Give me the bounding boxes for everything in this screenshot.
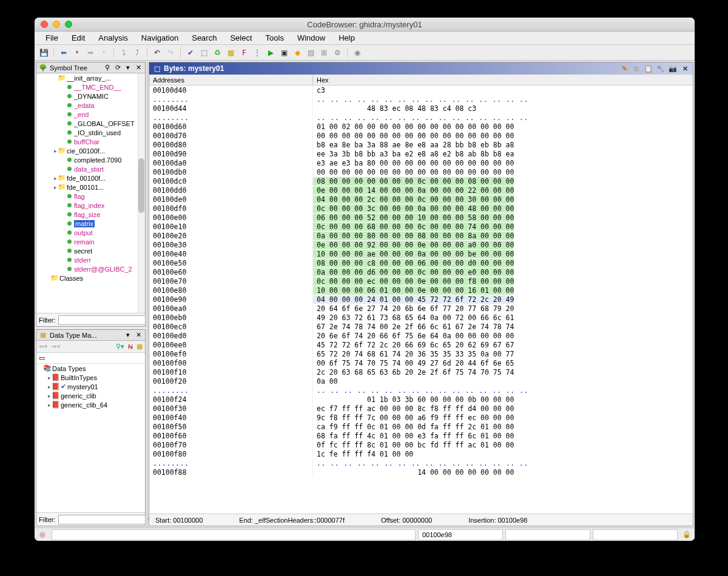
- paste-icon[interactable]: 📋: [644, 64, 653, 73]
- hex-row[interactable]: 00100f801c fe ff ff f4 01 00 00: [149, 449, 693, 458]
- scrollbar[interactable]: [138, 73, 145, 313]
- hex-row[interactable]: 00100dc008 00 00 00 00 00 00 00 0c 00 00…: [149, 176, 693, 186]
- back-icon[interactable]: ⬅▾: [39, 343, 48, 350]
- hex-row[interactable]: 00100d6001 00 02 00 00 00 00 00 00 00 00…: [149, 122, 693, 131]
- hex-row[interactable]: 00100dd00e 00 00 00 14 00 00 00 0a 00 00…: [149, 186, 693, 195]
- hex-row[interactable]: 00100ec067 2e 74 78 74 00 2e 2f 66 6c 61…: [149, 322, 693, 331]
- tree-row[interactable]: _end: [38, 110, 145, 119]
- hex-row[interactable]: 00100e200a 00 00 00 80 00 00 00 08 00 00…: [149, 231, 693, 240]
- hex-separator[interactable]: .......... .. .. .. .. .. .. .. .. .. ..…: [149, 386, 693, 395]
- hex-row[interactable]: 00100e4010 00 00 00 ae 00 00 00 0a 00 00…: [149, 249, 693, 258]
- dtm-tree[interactable]: 📚Data Types ▸📕BuiltInTypes ▸📕✔mystery01 …: [36, 364, 145, 409]
- tree-row[interactable]: completed.7090: [38, 155, 145, 164]
- hex-row[interactable]: 00100e100c 00 00 00 68 00 00 00 0c 00 00…: [149, 222, 693, 231]
- refresh-icon[interactable]: ♻: [212, 47, 223, 58]
- bytes-body[interactable]: 00100d40c3.......... .. .. .. .. .. .. .…: [149, 85, 693, 514]
- edit-icon[interactable]: ✎: [620, 64, 629, 73]
- fwd-menu-icon[interactable]: ▼: [98, 47, 109, 58]
- hex-row[interactable]: 00100f24 01 1b 03 3b 60 00 00 00 0b 00 0…: [149, 395, 693, 404]
- hex-row[interactable]: 00100e9004 00 00 00 24 01 00 00 45 72 72…: [149, 295, 693, 304]
- save-icon[interactable]: 💾: [38, 47, 49, 58]
- hex-row[interactable]: 00100ef065 72 20 74 68 61 74 20 36 35 35…: [149, 349, 693, 358]
- tree-row[interactable]: matrix: [38, 219, 145, 228]
- refresh-icon[interactable]: ⟳: [113, 64, 122, 72]
- menu-analysis[interactable]: Analysis: [92, 32, 133, 44]
- forward-icon[interactable]: ➡: [85, 47, 96, 58]
- filter-icon[interactable]: ⚲: [103, 64, 112, 72]
- hex-row[interactable]: 00100f102c 20 63 68 65 63 6b 20 2e 2f 6f…: [149, 367, 693, 377]
- hex-row[interactable]: 00100de004 00 00 00 2c 00 00 00 0c 00 00…: [149, 195, 693, 204]
- hex-row[interactable]: 00100df00c 00 00 00 3c 00 00 00 0a 00 00…: [149, 204, 693, 213]
- hex-separator[interactable]: .......... .. .. .. .. .. .. .. .. .. ..…: [149, 95, 693, 104]
- hex-row[interactable]: 00100db000 00 00 00 00 00 00 00 00 00 00…: [149, 167, 693, 176]
- collapse-icon[interactable]: ▭: [39, 354, 45, 362]
- tree-icon[interactable]: ⊞: [318, 47, 329, 58]
- dtm-node[interactable]: generic_clib: [61, 392, 96, 400]
- hex-row[interactable]: 00100ee045 72 72 6f 72 2c 20 66 69 6c 65…: [149, 340, 693, 349]
- hex-separator[interactable]: .......... .. .. .. .. .. .. .. .. .. ..…: [149, 113, 693, 122]
- tree-row[interactable]: __TMC_END__: [38, 82, 145, 92]
- menu-search[interactable]: Search: [186, 32, 223, 44]
- copy-icon[interactable]: ⧉: [632, 64, 641, 73]
- dtm-node[interactable]: generic_clib_64: [61, 401, 107, 409]
- tree-row[interactable]: remain: [38, 237, 145, 246]
- menu-icon[interactable]: ▾: [124, 331, 132, 340]
- close-icon[interactable]: ✕: [134, 331, 143, 340]
- tree-row[interactable]: data_start: [38, 164, 145, 173]
- hex-row[interactable]: 00100e5008 00 00 00 c8 00 00 00 06 00 00…: [149, 258, 693, 267]
- menu-edit[interactable]: Edit: [66, 32, 91, 44]
- tree-row[interactable]: flag_index: [38, 201, 145, 210]
- tree-row[interactable]: _edata: [38, 101, 145, 110]
- run-icon[interactable]: ▶: [265, 47, 276, 58]
- hex-row[interactable]: 00100ed020 6e 6f 74 20 66 6f 75 6e 64 0a…: [149, 331, 693, 340]
- dtm-filter-input[interactable]: [58, 515, 146, 524]
- tree-row[interactable]: ▸📁fde_00101...: [38, 183, 145, 192]
- lock-icon[interactable]: 🔒: [682, 531, 691, 539]
- step-in-icon[interactable]: ⤵: [118, 47, 129, 58]
- tree-row[interactable]: 📁__init_array_...: [38, 73, 145, 82]
- close-icon[interactable]: ✕: [134, 64, 143, 72]
- hex-row[interactable]: 00100f409c f8 ff ff 7c 00 00 00 a6 f9 ff…: [149, 413, 693, 422]
- tree-row[interactable]: 📁Classes: [38, 273, 145, 283]
- dtm-node[interactable]: BuiltInTypes: [61, 374, 97, 381]
- tree-row[interactable]: flag: [38, 192, 145, 201]
- datatype-icon[interactable]: ▦: [225, 47, 236, 58]
- db-icon[interactable]: ▦: [136, 343, 143, 350]
- hex-row[interactable]: 00100d80b8 ea 8e ba 3a 88 ae 8e e8 aa 28…: [149, 140, 693, 149]
- undo-icon[interactable]: ↶: [152, 47, 163, 58]
- hex-row[interactable]: 00100d44 48 83 ec 08 48 83 c4 08 c3: [149, 104, 693, 113]
- close-icon[interactable]: [41, 21, 48, 28]
- close-icon[interactable]: ✕: [681, 64, 689, 73]
- menu-select[interactable]: Select: [224, 32, 258, 44]
- hex-row[interactable]: 00100e8010 00 00 00 06 01 00 00 0e 00 00…: [149, 286, 693, 295]
- hex-row[interactable]: 00100ea020 64 6f 6e 27 74 20 6b 6e 6f 77…: [149, 304, 693, 313]
- hex-row[interactable]: 00100d7000 00 00 00 00 00 00 00 00 00 00…: [149, 131, 693, 140]
- hex-row[interactable]: 00100f200a 00: [149, 377, 693, 386]
- tree-row[interactable]: output: [38, 228, 145, 237]
- tree-row[interactable]: stderr@@GLIBC_2: [38, 264, 145, 273]
- col-hex[interactable]: Hex: [313, 75, 693, 85]
- tree-row[interactable]: _DYNAMIC: [38, 92, 145, 101]
- menu-help[interactable]: Help: [332, 32, 361, 44]
- listing-icon[interactable]: ⋮: [252, 47, 263, 58]
- check-icon[interactable]: ✔: [185, 47, 196, 58]
- dtm-root[interactable]: Data Types: [52, 365, 86, 372]
- hex-row[interactable]: 00100e0006 00 00 00 52 00 00 00 10 00 00…: [149, 213, 693, 222]
- hex-row[interactable]: 00100f0000 6f 75 74 70 75 74 00 49 27 6d…: [149, 358, 693, 367]
- dtm-node[interactable]: mystery01: [67, 383, 98, 390]
- hex-row[interactable]: 00100e700c 00 00 00 ec 00 00 00 0e 00 00…: [149, 276, 693, 286]
- scroll-thumb[interactable]: [138, 158, 144, 213]
- menu-icon[interactable]: ▾: [124, 64, 132, 72]
- forward-icon[interactable]: ➡▾: [52, 343, 61, 350]
- hex-row[interactable]: 00100f50ca f9 ff ff 0c 01 00 00 0d fa ff…: [149, 422, 693, 431]
- hex-row[interactable]: 00100da0e3 ae e3 ba 80 00 00 00 00 00 00…: [149, 158, 693, 167]
- hex-row[interactable]: 00100d40c3: [149, 85, 693, 95]
- menu-file[interactable]: File: [39, 32, 64, 44]
- hex-row[interactable]: 00100f30ec f7 ff ff ac 00 00 00 8c f8 ff…: [149, 404, 693, 413]
- menu-navigation[interactable]: Navigation: [135, 32, 184, 44]
- symbol-filter-input[interactable]: [58, 315, 146, 325]
- strike-icon[interactable]: N: [128, 343, 133, 350]
- function-icon[interactable]: Ϝ: [238, 47, 249, 58]
- menu-tools[interactable]: Tools: [260, 32, 290, 44]
- bytes-icon[interactable]: ⬚: [198, 47, 209, 58]
